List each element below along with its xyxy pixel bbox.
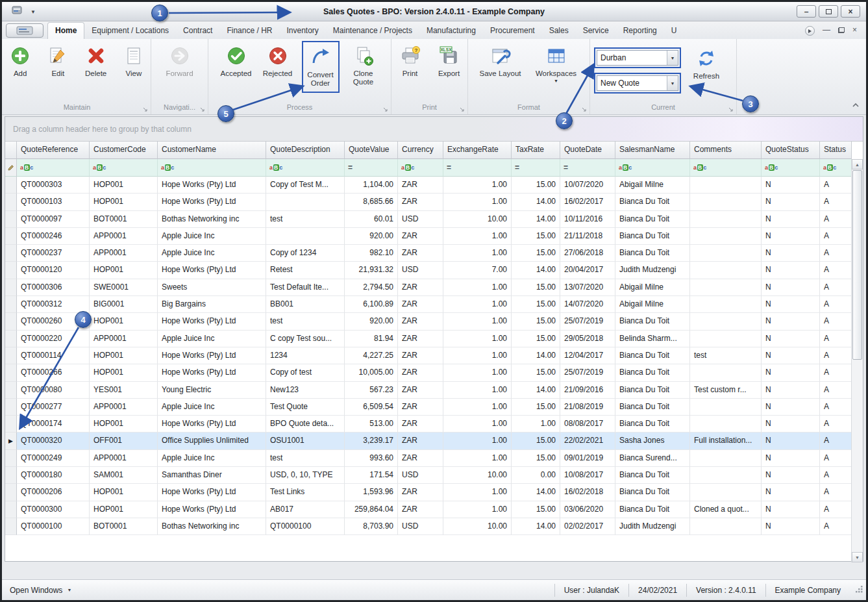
grid-cell[interactable]: QT0000260 — [17, 313, 90, 330]
grid-cell[interactable] — [690, 484, 762, 501]
grid-cell[interactable]: 15.00 — [512, 228, 560, 245]
grid-cell[interactable]: N — [762, 364, 820, 381]
refresh-button[interactable]: Refresh — [688, 45, 725, 101]
grid-cell[interactable]: ZAR — [398, 433, 443, 449]
accepted-button[interactable]: Accepted — [219, 42, 254, 78]
grid-cell[interactable]: Bianca Du Toit — [615, 364, 690, 381]
grid-cell[interactable]: 15.00 — [512, 501, 560, 518]
grid-cell[interactable]: 1,104.00 — [345, 177, 398, 194]
grid-cell[interactable]: 81.94 — [345, 331, 398, 347]
grid-cell[interactable]: HOP001 — [90, 177, 158, 194]
grid-cell[interactable]: 920.00 — [345, 313, 398, 330]
grid-cell[interactable]: Apple Juice Inc — [158, 450, 266, 467]
grid-cell[interactable]: QT0000097 — [17, 211, 90, 228]
grid-cell[interactable]: 1.00 — [443, 416, 512, 433]
table-row[interactable]: QT0000103HOP001Hope Works (Pty) Ltd8,685… — [5, 194, 852, 210]
print-button[interactable]: ? Print — [393, 42, 428, 78]
row-indicator[interactable] — [5, 484, 17, 501]
grid-cell[interactable]: 15.00 — [512, 245, 560, 262]
filter-cell-currency[interactable]: aBc — [398, 159, 443, 177]
grid-cell[interactable]: Bianca Du Toit — [615, 347, 690, 364]
grid-cell[interactable]: Apple Juice Inc — [158, 245, 266, 262]
grid-cell[interactable]: 14.00 — [512, 211, 560, 228]
grid-cell[interactable] — [690, 211, 762, 228]
grid-cell[interactable]: QT0000320 — [17, 433, 90, 449]
column-header-quotestatus[interactable]: QuoteStatus — [762, 142, 820, 159]
column-header-quotereference[interactable]: QuoteReference — [17, 142, 90, 159]
grid-cell[interactable]: Bianca Du Toit — [615, 416, 690, 433]
grid-cell[interactable]: A — [820, 331, 852, 347]
grid-cell[interactable]: A — [820, 262, 852, 279]
tab-manufacturing[interactable]: Manufacturing — [419, 23, 483, 39]
grid-cell[interactable]: 6,509.54 — [345, 399, 398, 416]
grid-cell[interactable]: 15.00 — [512, 450, 560, 467]
grid-cell[interactable]: SWE0001 — [90, 279, 158, 296]
grid-cell[interactable]: N — [762, 467, 820, 484]
grid-cell[interactable]: Big Bargains — [158, 296, 266, 313]
grid-cell[interactable] — [690, 296, 762, 313]
filter-cell-quotedate[interactable]: = — [560, 159, 615, 177]
grid-cell[interactable]: Bianca Du Toit — [615, 313, 690, 330]
dialog-launcher-icon[interactable] — [382, 104, 388, 116]
grid-cell[interactable]: ZAR — [398, 279, 443, 296]
grid-cell[interactable]: 171.54 — [345, 467, 398, 484]
filter-cell-salesmanname[interactable]: aBc — [615, 159, 690, 177]
grid-cell[interactable]: Cloned a quot... — [690, 501, 762, 518]
grid-cell[interactable]: 1.00 — [443, 228, 512, 245]
grid-cell[interactable]: 21/08/2019 — [560, 399, 615, 416]
grid-cell[interactable] — [690, 228, 762, 245]
column-header-quotevalue[interactable]: QuoteValue — [345, 142, 398, 159]
dialog-launcher-icon[interactable] — [142, 104, 148, 116]
tab-reporting[interactable]: Reporting — [616, 23, 664, 39]
grid-cell[interactable]: BIG0001 — [90, 296, 158, 313]
grid-cell[interactable]: QT0000249 — [17, 450, 90, 467]
grid-cell[interactable]: 15.00 — [512, 296, 560, 313]
grid-cell[interactable]: 1.00 — [443, 279, 512, 296]
grid-cell[interactable]: N — [762, 313, 820, 330]
grid-cell[interactable] — [690, 364, 762, 381]
grid-cell[interactable]: Bothas Networking inc — [158, 518, 266, 535]
grid-cell[interactable]: QT0000120 — [17, 262, 90, 279]
grid-cell[interactable]: ZAR — [398, 416, 443, 433]
grid-cell[interactable]: 14.00 — [512, 518, 560, 535]
grid-cell[interactable]: 10/11/2016 — [560, 211, 615, 228]
table-row[interactable]: QT0000249APP0001Apple Juice Inctest993.6… — [5, 450, 852, 467]
dialog-launcher-icon[interactable] — [581, 104, 587, 116]
grid-cell[interactable]: 14.00 — [512, 484, 560, 501]
grid-cell[interactable]: test — [266, 313, 345, 330]
tab-home[interactable]: Home — [47, 22, 84, 39]
grid-cell[interactable]: 14.00 — [512, 347, 560, 364]
table-row[interactable]: QT0000300HOP001Hope Works (Pty) LtdAB017… — [5, 501, 852, 518]
minimize-button[interactable]: – — [797, 5, 816, 18]
grid-cell[interactable]: BOT0001 — [90, 518, 158, 535]
tab-maintenance-projects[interactable]: Maintenance / Projects — [326, 23, 419, 39]
grid-cell[interactable]: 10.00 — [443, 467, 512, 484]
grid-cell[interactable]: Sasha Jones — [615, 433, 690, 449]
grid-cell[interactable]: 1.00 — [443, 484, 512, 501]
clone-quote-button[interactable]: Clone Quote — [346, 42, 381, 86]
group-by-panel[interactable]: Drag a column header here to group by th… — [5, 117, 863, 142]
dialog-launcher-icon[interactable] — [728, 104, 734, 116]
grid-cell[interactable]: test — [266, 211, 345, 228]
grid-cell[interactable]: ZAR — [398, 313, 443, 330]
row-indicator[interactable] — [5, 450, 17, 467]
table-row[interactable]: ▶QT0000320OFF001Office Supplies Unlimite… — [5, 433, 852, 449]
column-header-salesmanname[interactable]: SalesmanName — [615, 142, 690, 159]
table-row[interactable]: QT0000097BOT0001Bothas Networking inctes… — [5, 211, 852, 228]
grid-cell[interactable]: Hope Works (Pty) Ltd — [158, 313, 266, 330]
grid-cell[interactable]: N — [762, 245, 820, 262]
grid-cell[interactable]: Test Default Ite... — [266, 279, 345, 296]
grid-cell[interactable]: Hope Works (Pty) Ltd — [158, 194, 266, 210]
grid-cell[interactable]: QT0000266 — [17, 364, 90, 381]
table-row[interactable]: QT0000306SWE0001SweetsTest Default Ite..… — [5, 279, 852, 296]
filter-cell-quotedescription[interactable]: aBc — [266, 159, 345, 177]
grid-cell[interactable]: Bianca Du Toit — [615, 382, 690, 399]
grid-cell[interactable]: QT0000246 — [17, 228, 90, 245]
grid-cell[interactable]: N — [762, 416, 820, 433]
column-header-quotedescription[interactable]: QuoteDescription — [266, 142, 345, 159]
table-row[interactable]: QT0000266HOP001Hope Works (Pty) LtdCopy … — [5, 364, 852, 381]
tab-scroll-button[interactable] — [805, 26, 815, 36]
tab-u[interactable]: U — [664, 23, 684, 39]
grid-cell[interactable]: QT0000303 — [17, 177, 90, 194]
grid-cell[interactable]: QT0000206 — [17, 484, 90, 501]
